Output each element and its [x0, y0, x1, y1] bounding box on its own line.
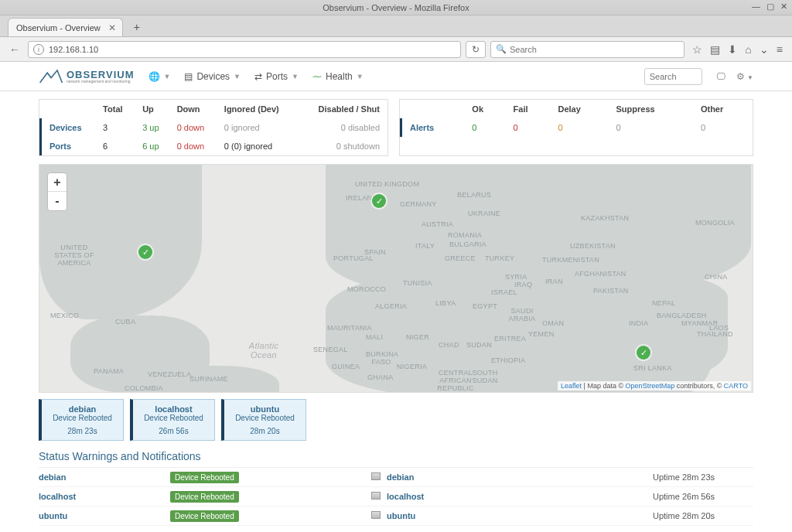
gear-icon[interactable]: ⚙ ▼: [736, 71, 753, 82]
map-label: PORTUGAL: [333, 254, 374, 262]
close-window-button[interactable]: ✕: [780, 2, 787, 12]
status-section-header: Status Warnings and Notifications: [39, 441, 753, 468]
reboot-card[interactable]: ubuntu Device Rebooted 28m 20s: [221, 399, 306, 441]
download-icon[interactable]: ⬇: [728, 43, 737, 56]
star-icon[interactable]: ☆: [692, 43, 702, 56]
map-label: MONGOLIA: [695, 219, 735, 227]
alerts-panel: Ok Fail Delay Suppress Other Alerts 0 0 …: [399, 99, 753, 156]
app-search-input[interactable]: [644, 68, 702, 85]
new-tab-button[interactable]: +: [128, 18, 146, 36]
status-row[interactable]: localhost Device Rebooted localhost Upti…: [39, 487, 753, 506]
back-button[interactable]: ←: [6, 41, 23, 58]
map-label: SURINAME: [189, 375, 228, 383]
browser-tab[interactable]: Observium - Overview ✕: [8, 18, 123, 36]
status-row-name: localhost: [39, 492, 170, 501]
map-label: CHAD: [439, 341, 459, 349]
status-row-name: ubuntu: [39, 511, 170, 520]
logo-subtitle: network management and monitoring: [67, 80, 135, 84]
row-label: Ports: [41, 137, 97, 155]
nav-ports-label: Ports: [266, 71, 288, 82]
cell-total: 3: [97, 118, 136, 137]
dashboard-icon[interactable]: 🖵: [716, 71, 725, 82]
summary-row-ports[interactable]: Ports 6 6 up 0 down 0 (0) ignored 0 shut…: [41, 137, 388, 155]
map-marker[interactable]: ✓: [138, 245, 152, 259]
reboot-card-msg: Device Rebooted: [144, 414, 203, 422]
nav-globe[interactable]: 🌐 ▼: [148, 71, 171, 82]
osm-link[interactable]: OpenStreetMap: [626, 382, 675, 390]
browser-search[interactable]: 🔍: [490, 41, 684, 58]
reboot-card-name: ubuntu: [251, 404, 279, 414]
map-label: NIGERIA: [397, 363, 427, 370]
map-zoom-controls: + -: [47, 172, 67, 211]
map-label: UKRAINE: [468, 210, 500, 217]
carto-link[interactable]: CARTO: [724, 382, 748, 390]
map-label: LIBYA: [435, 299, 456, 307]
map-label: ROMANIA: [448, 231, 482, 239]
chevron-down-icon: ▼: [292, 73, 299, 80]
pocket-icon[interactable]: ⌄: [760, 43, 769, 56]
observium-logo[interactable]: OBSERVIUM network management and monitor…: [39, 69, 135, 84]
leaflet-link[interactable]: Leaflet: [561, 382, 582, 390]
row-label: Alerts: [401, 118, 466, 137]
reload-button[interactable]: ↻: [466, 41, 486, 58]
map-label: ITALY: [415, 242, 435, 250]
search-icon: 🔍: [496, 44, 507, 54]
status-row[interactable]: ubuntu Device Rebooted ubuntu Uptime 28m…: [39, 506, 753, 526]
summary-table: Total Up Down Ignored (Dev) Disabled / S…: [39, 100, 387, 155]
alerts-col-ok: Ok: [466, 100, 507, 118]
map-label: CUBA: [115, 318, 135, 326]
devices-icon: ▤: [184, 71, 193, 82]
status-row[interactable]: debian Device Rebooted debian Uptime 28m…: [39, 468, 753, 487]
map-marker[interactable]: ✓: [637, 346, 650, 360]
map-label: INDIA: [629, 319, 649, 327]
close-tab-icon[interactable]: ✕: [108, 22, 116, 33]
zoom-in-button[interactable]: +: [48, 173, 67, 192]
reboot-card-time: 28m 23s: [67, 427, 97, 435]
nav-ports[interactable]: ⇄ Ports ▼: [254, 71, 299, 82]
url-input[interactable]: i 192.168.1.10: [28, 41, 461, 58]
map-label: TURKMENISTAN: [542, 256, 599, 264]
status-row-device: debian: [387, 472, 653, 482]
alerts-row[interactable]: Alerts 0 0 0 0 0: [401, 118, 753, 137]
map-panel[interactable]: + - UNITED KINGDOM IRELAND GERMANY BELAR…: [39, 164, 753, 393]
browser-search-input[interactable]: [510, 45, 679, 54]
nav-devices[interactable]: ▤ Devices ▼: [184, 71, 241, 82]
alerts-table: Ok Fail Delay Suppress Other Alerts 0 0 …: [400, 100, 753, 137]
map-label: NIGER: [406, 333, 429, 341]
url-bar: ← i 192.168.1.10 ↻ 🔍 ☆ ▤ ⬇ ⌂ ⌄ ≡: [0, 37, 792, 62]
reboot-card[interactable]: localhost Device Rebooted 26m 56s: [130, 399, 215, 441]
reboot-card-msg: Device Rebooted: [53, 414, 112, 422]
zoom-out-button[interactable]: -: [48, 192, 67, 210]
map-label: GHANA: [367, 373, 394, 381]
map-label: ISRAEL: [491, 288, 517, 296]
home-icon[interactable]: ⌂: [745, 43, 751, 56]
menu-icon[interactable]: ≡: [777, 43, 783, 56]
reboot-card[interactable]: debian Device Rebooted 28m 23s: [39, 399, 124, 441]
chevron-down-icon: ▼: [234, 73, 241, 80]
reboot-card-name: debian: [69, 404, 96, 414]
window-controls: — ▢ ✕: [752, 2, 787, 12]
summary-col-up: Up: [136, 100, 170, 118]
alerts-col-delay: Delay: [551, 100, 609, 118]
summary-row-devices[interactable]: Devices 3 3 up 0 down 0 ignored 0 disabl…: [41, 118, 388, 137]
row-label: Devices: [41, 118, 97, 137]
cell-down: 0 down: [171, 118, 218, 137]
nav-health[interactable]: ⁓ Health ▼: [312, 71, 364, 82]
alerts-col-blank: [401, 100, 466, 118]
summary-col-disabled: Disabled / Shut: [298, 100, 387, 118]
map-label: VENEZUELA: [148, 370, 191, 378]
browser-toolbar-icons: ☆ ▤ ⬇ ⌂ ⌄ ≡: [689, 43, 786, 56]
library-icon[interactable]: ▤: [710, 43, 720, 56]
map-label: AFGHANISTAN: [575, 270, 626, 278]
minimize-button[interactable]: —: [752, 2, 760, 12]
map-label: CHINA: [705, 273, 728, 281]
app-navbar: OBSERVIUM network management and monitor…: [0, 62, 792, 91]
maximize-button[interactable]: ▢: [766, 2, 774, 12]
url-text: 192.168.1.10: [49, 45, 98, 54]
info-icon[interactable]: i: [33, 44, 44, 55]
reboot-card-time: 28m 20s: [250, 427, 279, 435]
device-icon: [371, 492, 381, 500]
cell-disabled: 0 shutdown: [298, 137, 387, 155]
map-label: SOUTH SUDAN: [471, 369, 499, 384]
map-marker[interactable]: ✓: [372, 194, 386, 208]
